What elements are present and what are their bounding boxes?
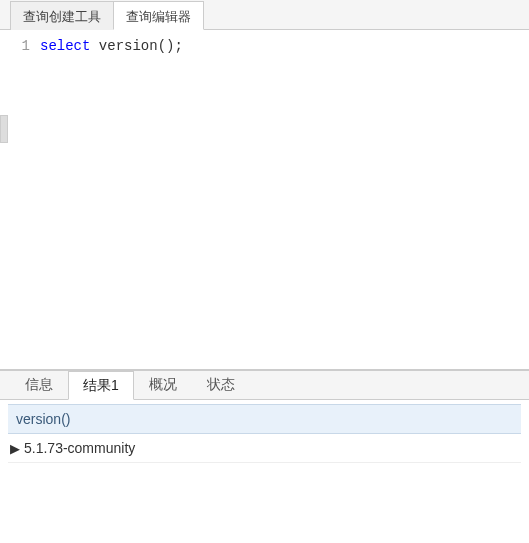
cell-value[interactable]: 5.1.73-community	[22, 434, 137, 462]
query-tabs: 查询创建工具 查询编辑器	[0, 0, 529, 30]
tab-status[interactable]: 状态	[192, 370, 250, 399]
table-row[interactable]: ▶ 5.1.73-community	[8, 434, 521, 463]
tab-query-editor[interactable]: 查询编辑器	[113, 1, 204, 30]
tab-info[interactable]: 信息	[10, 370, 68, 399]
sql-keyword: select	[40, 38, 90, 54]
tab-profile[interactable]: 概况	[134, 370, 192, 399]
tab-result1[interactable]: 结果1	[68, 371, 134, 400]
sql-paren-open: (	[158, 38, 166, 54]
column-header[interactable]: version()	[8, 405, 78, 433]
sql-editor[interactable]: 1 select version();	[0, 30, 529, 370]
line-gutter: 1	[0, 30, 40, 369]
result-header-row: version()	[8, 404, 521, 434]
left-panel-stub	[0, 115, 8, 143]
sql-function: version	[99, 38, 158, 54]
sql-semicolon: ;	[174, 38, 182, 54]
result-tabs: 信息 结果1 概况 状态	[0, 370, 529, 400]
line-number: 1	[0, 38, 30, 54]
current-row-indicator-icon: ▶	[8, 435, 22, 462]
tab-query-builder[interactable]: 查询创建工具	[10, 1, 114, 30]
code-content[interactable]: select version();	[40, 30, 529, 369]
result-grid: version() ▶ 5.1.73-community	[0, 404, 529, 463]
